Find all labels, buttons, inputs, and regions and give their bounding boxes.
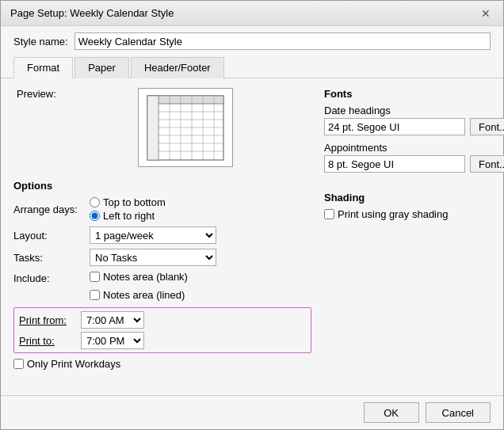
layout-select[interactable]: 1 page/week (90, 226, 216, 244)
date-headings-sublabel: Date headings (324, 105, 491, 116)
preview-section: Preview: (13, 88, 311, 167)
print-to-label: Print to: (19, 335, 76, 347)
style-name-label: Style name: (13, 36, 68, 48)
print-range-box: Print from: 7:00 AM Print to: 7:00 PM (13, 307, 311, 353)
style-name-row: Style name: (1, 26, 503, 56)
print-from-select[interactable]: 7:00 AM (81, 311, 144, 329)
shading-section: Shading Print using gray shading (324, 192, 491, 223)
date-headings-row: Date headings Font... (324, 105, 491, 135)
gray-shading-label: Print using gray shading (338, 208, 448, 220)
print-from-label: Print from: (19, 314, 76, 326)
shading-title: Shading (324, 192, 491, 204)
arrange-left-label: Left to right (103, 210, 155, 222)
notes-lined-checkbox[interactable] (90, 290, 100, 300)
right-panel: Fonts Date headings Font... Appointments… (324, 88, 491, 386)
print-to-select[interactable]: 7:00 PM (81, 332, 144, 349)
gray-shading-item: Print using gray shading (324, 208, 491, 220)
layout-row: Layout: 1 page/week (13, 226, 311, 244)
appointments-font-button[interactable]: Font... (470, 155, 504, 173)
arrange-days-label: Arrange days: (13, 204, 85, 215)
left-panel: Preview: (13, 88, 311, 386)
appointments-input-row: Font... (324, 155, 491, 173)
preview-label: Preview: (13, 88, 56, 100)
svg-rect-0 (147, 96, 223, 160)
title-bar: Page Setup: Weekly Calendar Style ✕ (1, 1, 503, 26)
include-checks: Notes area (blank) Notes area (lined) (90, 271, 188, 304)
options-section: Options Arrange days: Top to bottom Left… (13, 180, 311, 373)
appointments-sublabel: Appointments (324, 142, 491, 154)
arrange-top-radio[interactable] (90, 197, 100, 207)
arrange-top-to-bottom-item: Top to bottom (90, 196, 166, 208)
page-setup-dialog: Page Setup: Weekly Calendar Style ✕ Styl… (0, 0, 504, 430)
tab-format[interactable]: Format (13, 57, 73, 78)
date-headings-font-button[interactable]: Font... (470, 118, 504, 135)
close-button[interactable]: ✕ (478, 6, 494, 21)
layout-label: Layout: (13, 230, 85, 242)
tasks-row: Tasks: No Tasks (13, 249, 311, 266)
tabs-row: Format Paper Header/Footer (1, 56, 503, 78)
fonts-title: Fonts (324, 88, 491, 100)
print-from-row: Print from: 7:00 AM (19, 311, 306, 329)
include-row: Include: Notes area (blank) Notes area (… (13, 271, 311, 304)
tab-header-footer[interactable]: Header/Footer (131, 57, 224, 78)
svg-rect-15 (147, 96, 158, 160)
notes-lined-item: Notes area (lined) (90, 289, 188, 301)
appointments-row: Appointments Font... (324, 142, 491, 173)
date-headings-input[interactable] (324, 118, 465, 135)
date-headings-input-row: Font... (324, 118, 491, 135)
only-workdays-item: Only Print Workdays (13, 358, 311, 370)
only-workdays-checkbox[interactable] (13, 359, 24, 369)
tab-paper[interactable]: Paper (74, 57, 129, 78)
notes-blank-label: Notes area (blank) (103, 271, 188, 283)
arrange-days-row: Arrange days: Top to bottom Left to righ… (13, 196, 311, 222)
ok-button[interactable]: OK (364, 402, 419, 423)
include-label: Include: (13, 271, 85, 284)
style-name-input[interactable] (74, 32, 491, 50)
notes-lined-label: Notes area (lined) (103, 289, 185, 301)
arrange-days-group: Top to bottom Left to right (90, 196, 166, 222)
preview-box (138, 88, 233, 167)
appointments-input[interactable] (324, 155, 465, 173)
dialog-title: Page Setup: Weekly Calendar Style (10, 7, 174, 19)
tasks-label: Tasks: (13, 252, 85, 264)
gray-shading-checkbox[interactable] (324, 209, 334, 219)
calendar-svg (146, 94, 225, 162)
only-workdays-label: Only Print Workdays (27, 358, 120, 370)
fonts-section: Fonts Date headings Font... Appointments… (324, 88, 491, 179)
notes-blank-checkbox[interactable] (90, 272, 100, 282)
bottom-bar: OK Cancel (1, 395, 503, 429)
notes-blank-item: Notes area (blank) (90, 271, 188, 283)
tasks-select[interactable]: No Tasks (90, 249, 216, 266)
tab-content: Preview: (1, 78, 503, 395)
arrange-top-label: Top to bottom (103, 196, 166, 208)
arrange-left-to-right-item: Left to right (90, 210, 166, 222)
print-to-row: Print to: 7:00 PM (19, 332, 306, 349)
cancel-button[interactable]: Cancel (426, 402, 491, 423)
options-title: Options (13, 180, 311, 192)
svg-rect-1 (147, 96, 223, 104)
arrange-left-radio[interactable] (90, 211, 100, 221)
